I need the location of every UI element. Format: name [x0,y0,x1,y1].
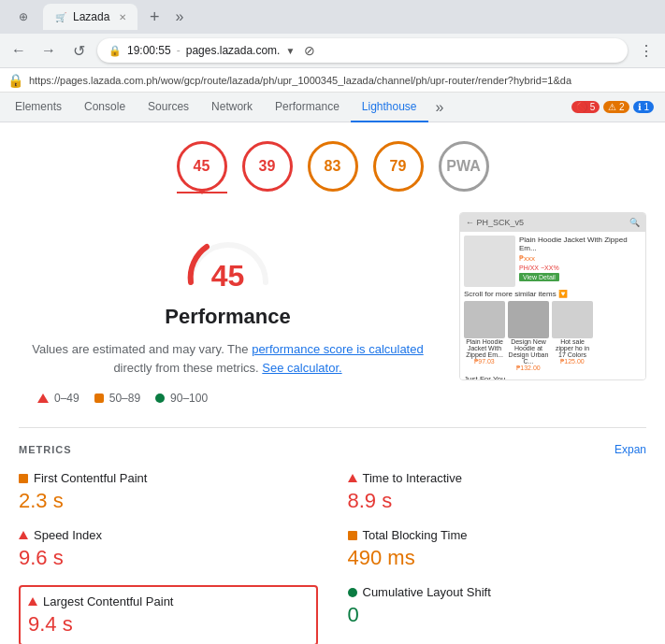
metric-lcp-label-row: Largest Contentful Paint [28,594,309,608]
score-pwa[interactable]: PWA [439,141,489,192]
gauge-number: 45 [211,259,245,293]
full-url-bar: 🔒 https://pages.lazada.com.ph/wow/gcp/ro… [0,68,665,93]
performance-description: Values are estimated and may vary. The p… [19,340,437,377]
browser-chrome: ⊕ 🛒 Lazada ✕ + » ← → ↺ 🔒 19:00:55 - page… [0,0,665,68]
metric-tbt-label-row: Total Blocking Time [348,528,647,542]
url-security-icon: 🔒 [7,73,23,88]
triangle-icon [37,394,49,403]
metric-tti-label: Time to Interactive [363,471,462,485]
tab-close-icon[interactable]: ✕ [119,12,126,22]
devtools-panel: Elements Console Sources Network Perform… [0,93,665,644]
tab-network[interactable]: Network [200,93,264,122]
metric-tbt-value: 490 ms [348,546,647,570]
reload-button[interactable]: ↺ [67,39,90,62]
url-input[interactable]: 🔒 19:00:55 - pages.lazada.com. ▼ ⊘ [97,38,628,63]
tab-console[interactable]: Console [73,93,137,122]
metric-si-label-row: Speed Index [19,528,318,542]
forward-button[interactable]: → [37,39,60,62]
metric-fcp-label-row: First Contentful Paint [19,471,318,485]
legend-fail: 0–49 [37,392,80,405]
metric-lcp: Largest Contentful Paint 9.4 s [19,585,318,644]
tti-icon [348,474,357,482]
address-reload-icon[interactable]: ⊘ [304,43,315,58]
performance-section: 45 Performance Values are estimated and … [19,212,646,405]
metric-fcp-label: First Contentful Paint [34,471,147,485]
tab-sources[interactable]: Sources [137,93,200,122]
browser-tab-new[interactable]: ⊕ [7,4,39,30]
perf-left: 45 Performance Values are estimated and … [19,212,437,405]
metric-fcp-value: 2.3 s [19,489,318,513]
address-bar: ← → ↺ 🔒 19:00:55 - pages.lazada.com. ▼ ⊘… [0,34,665,67]
metric-si: Speed Index 9.6 s [19,528,318,570]
new-tab-button[interactable]: + [141,4,167,30]
metrics-header: METRICS Expan [19,443,646,456]
screenshot-header: ← PH_SCK_v5 🔍 [460,213,645,232]
tab-label: Lazada [73,10,109,23]
metrics-title: METRICS [19,444,72,455]
browser-tab-lazada[interactable]: 🛒 Lazada ✕ [43,4,137,30]
address-sep: - [177,44,181,57]
legend: 0–49 50–89 90–100 [19,392,437,405]
cls-icon [348,588,357,597]
metric-tbt-label: Total Blocking Time [363,528,468,542]
tab-favicon: 🛒 [54,10,67,23]
metric-cls-label: Cumulative Layout Shift [363,585,491,599]
metric-lcp-value: 9.4 s [28,612,309,637]
legend-pass: 90–100 [155,392,208,405]
lcp-icon [28,597,37,606]
devtools-more-tabs[interactable]: » [428,99,452,116]
tab-elements[interactable]: Elements [4,93,73,122]
metric-tti-value: 8.9 s [348,489,647,513]
metrics-section: METRICS Expan First Contentful Paint 2.3… [19,443,646,644]
back-button[interactable]: ← [7,39,30,62]
metric-si-label: Speed Index [34,528,102,542]
lighthouse-content: 45 39 83 79 PWA [0,122,665,644]
calculator-link[interactable]: See calculator. [262,361,341,375]
metrics-grid: First Contentful Paint 2.3 s Time to Int… [19,471,646,644]
security-icon: 🔒 [108,45,122,57]
tab-lighthouse[interactable]: Lighthouse [351,93,428,122]
metric-tbt: Total Blocking Time 490 ms [348,528,647,570]
perf-score-link[interactable]: performance score is calculated [252,342,424,356]
score-best-practices[interactable]: 83 [308,141,358,192]
address-time: 19:00:55 [127,44,171,57]
metric-cls-value: 0 [348,603,647,627]
gauge-container: 45 [19,212,437,293]
metric-cls: Cumulative Layout Shift 0 [348,585,647,644]
tab-performance[interactable]: Performance [264,93,351,122]
address-dropdown-icon[interactable]: ▼ [285,46,295,56]
score-row: 45 39 83 79 PWA [19,141,646,193]
warning-badge: ⚠ 2 [603,101,629,113]
metric-lcp-label: Largest Contentful Paint [43,594,173,608]
metric-tti: Time to Interactive 8.9 s [348,471,647,513]
score-seo[interactable]: 79 [373,141,424,192]
metric-si-value: 9.6 s [19,546,318,570]
screenshot-preview: ← PH_SCK_v5 🔍 Plain Hoodie Jacket With Z… [459,212,646,380]
performance-title: Performance [19,305,437,329]
expand-button[interactable]: Expan [614,443,646,456]
error-badge: 🚫 5 [571,101,600,113]
tab-overflow-button[interactable]: » [171,8,187,25]
info-badge: ℹ 1 [633,101,654,113]
address-domain: pages.lazada.com. [186,44,281,57]
legend-average: 50–89 [94,392,140,405]
metric-tti-label-row: Time to Interactive [348,471,647,485]
square-icon [94,394,104,403]
score-performance[interactable]: 45 [177,141,227,192]
metric-fcp: First Contentful Paint 2.3 s [19,471,318,513]
score-accessibility[interactable]: 39 [242,141,293,192]
tab-new-icon: ⊕ [19,10,28,23]
section-divider [19,427,646,428]
devtools-tab-bar: Elements Console Sources Network Perform… [0,93,665,122]
fcp-icon [19,474,28,483]
metric-cls-label-row: Cumulative Layout Shift [348,585,647,599]
full-url-text: https://pages.lazada.com.ph/wow/gcp/rout… [29,75,571,86]
si-icon [19,531,28,539]
tbt-icon [348,531,357,540]
menu-button[interactable]: ⋮ [635,39,658,62]
circle-icon [155,394,165,403]
tab-bar: ⊕ 🛒 Lazada ✕ + » [0,0,665,34]
